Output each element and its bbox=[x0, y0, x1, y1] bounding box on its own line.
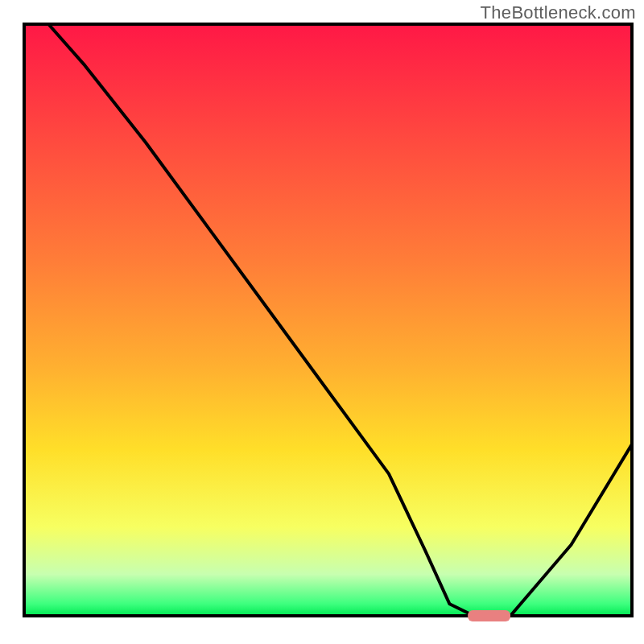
watermark-text: TheBottleneck.com bbox=[481, 2, 636, 23]
optimal-marker bbox=[468, 610, 510, 621]
bottleneck-chart bbox=[0, 0, 644, 644]
chart-container: TheBottleneck.com bbox=[0, 0, 644, 644]
plot-background bbox=[24, 24, 632, 616]
